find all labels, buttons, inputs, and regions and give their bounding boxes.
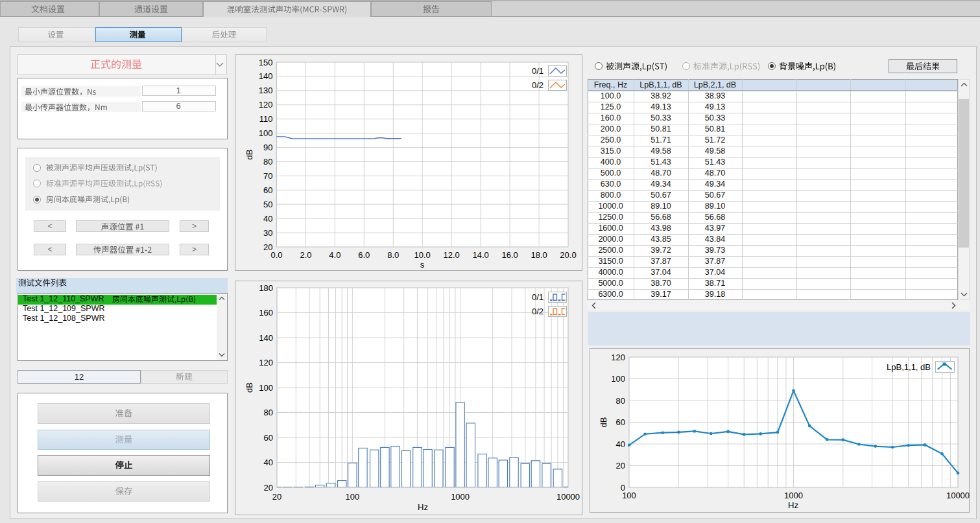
- svg-text:Hz: Hz: [418, 502, 428, 512]
- svg-text:8.0: 8.0: [387, 250, 399, 260]
- svg-text:120: 120: [611, 353, 625, 362]
- svg-text:40: 40: [264, 458, 273, 467]
- svg-text:12.0: 12.0: [444, 250, 460, 260]
- svg-text:6.0: 6.0: [358, 250, 370, 260]
- svg-text:0/2: 0/2: [532, 307, 544, 316]
- svg-text:0/1: 0/1: [532, 66, 544, 76]
- svg-text:100: 100: [259, 383, 273, 393]
- svg-text:140: 140: [259, 71, 273, 81]
- svg-text:60: 60: [263, 185, 272, 195]
- svg-text:40: 40: [616, 439, 625, 449]
- svg-text:18.0: 18.0: [531, 250, 547, 260]
- svg-text:20.0: 20.0: [560, 250, 576, 260]
- svg-text:180: 180: [259, 283, 273, 293]
- svg-text:dB: dB: [245, 382, 254, 393]
- svg-text:80: 80: [616, 396, 625, 406]
- svg-text:10000: 10000: [946, 491, 970, 500]
- svg-text:0.0: 0.0: [270, 250, 282, 260]
- svg-text:140: 140: [259, 333, 273, 343]
- svg-text:20: 20: [616, 461, 625, 471]
- svg-text:130: 130: [259, 86, 273, 95]
- svg-text:10000: 10000: [556, 492, 580, 502]
- svg-text:160: 160: [259, 308, 273, 318]
- svg-text:40: 40: [263, 214, 272, 224]
- svg-text:LpB,1,1, dB: LpB,1,1, dB: [887, 362, 931, 372]
- svg-text:20: 20: [272, 492, 281, 502]
- svg-text:Hz: Hz: [788, 500, 798, 510]
- svg-text:14.0: 14.0: [472, 250, 488, 260]
- svg-text:100: 100: [259, 128, 273, 138]
- svg-text:80: 80: [264, 408, 273, 417]
- svg-text:100: 100: [345, 492, 359, 502]
- svg-text:4.0: 4.0: [329, 250, 341, 260]
- svg-text:1000: 1000: [784, 491, 803, 500]
- svg-text:50: 50: [263, 200, 272, 209]
- svg-text:100: 100: [622, 491, 636, 500]
- svg-text:1000: 1000: [451, 492, 470, 502]
- svg-text:100: 100: [611, 374, 625, 384]
- svg-text:70: 70: [263, 171, 272, 181]
- svg-text:120: 120: [259, 100, 273, 110]
- svg-text:0/2: 0/2: [532, 80, 544, 90]
- svg-text:s: s: [420, 260, 425, 270]
- svg-text:90: 90: [263, 143, 272, 152]
- svg-text:150: 150: [259, 58, 273, 67]
- svg-text:30: 30: [263, 228, 272, 238]
- svg-text:dB: dB: [599, 417, 608, 428]
- svg-text:2.0: 2.0: [300, 250, 311, 260]
- svg-text:dB: dB: [245, 150, 254, 160]
- svg-text:60: 60: [616, 417, 625, 427]
- svg-text:0/1: 0/1: [532, 292, 544, 302]
- svg-text:60: 60: [264, 433, 273, 443]
- svg-text:10.0: 10.0: [414, 250, 431, 260]
- svg-text:16.0: 16.0: [501, 250, 518, 260]
- svg-text:110: 110: [259, 114, 273, 124]
- svg-text:120: 120: [259, 358, 273, 367]
- svg-text:80: 80: [263, 157, 272, 167]
- svg-text:20: 20: [264, 483, 273, 493]
